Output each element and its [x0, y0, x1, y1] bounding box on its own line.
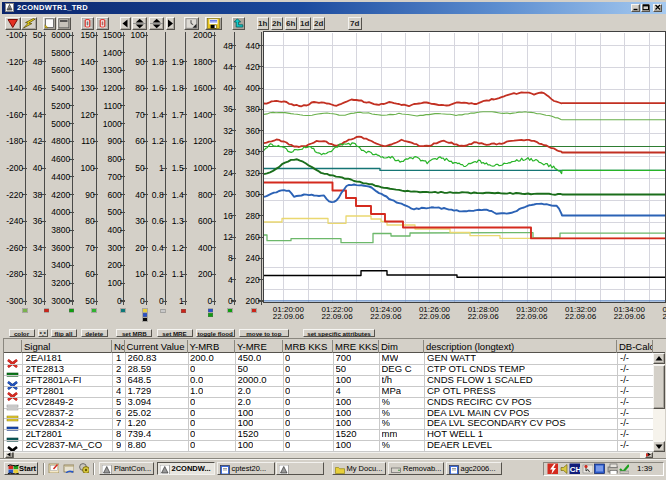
svg-text:200: 200 — [246, 296, 260, 306]
svg-text:22.09.06: 22.09.06 — [614, 312, 646, 321]
svg-text:1.1: 1.1 — [172, 269, 184, 279]
svg-text:100: 100 — [81, 163, 95, 173]
svg-text:6000: 6000 — [51, 30, 70, 40]
svg-text:1: 1 — [159, 163, 164, 173]
svg-text:24: 24 — [223, 168, 233, 178]
svg-text:4200: 4200 — [51, 190, 70, 200]
svg-text:38: 38 — [33, 190, 43, 200]
svg-text:150: 150 — [81, 30, 95, 40]
svg-text:40: 40 — [135, 190, 145, 200]
svg-text:1.6: 1.6 — [172, 136, 184, 146]
svg-text:110: 110 — [81, 136, 95, 146]
svg-text:70: 70 — [85, 243, 95, 253]
svg-text:50: 50 — [135, 163, 145, 173]
svg-text:300: 300 — [246, 189, 260, 199]
svg-text:22.09.06: 22.09.06 — [662, 312, 666, 321]
svg-text:16: 16 — [223, 211, 233, 221]
svg-text:0: 0 — [228, 296, 233, 306]
svg-text:3000: 3000 — [51, 296, 70, 306]
svg-text:22.09.06: 22.09.06 — [565, 312, 597, 321]
svg-text:50: 50 — [33, 30, 43, 40]
svg-text:380: 380 — [246, 104, 260, 114]
svg-text:400: 400 — [108, 225, 122, 235]
svg-text:8: 8 — [228, 253, 233, 263]
svg-text:-300: -300 — [6, 296, 23, 306]
svg-text:1000: 1000 — [193, 163, 212, 173]
svg-text:260: 260 — [246, 232, 260, 242]
svg-text:44: 44 — [33, 110, 43, 120]
svg-text:1800: 1800 — [193, 57, 212, 67]
svg-text:140: 140 — [81, 57, 95, 67]
svg-text:5000: 5000 — [51, 119, 70, 129]
svg-text:42: 42 — [33, 136, 43, 146]
svg-text:0: 0 — [140, 296, 145, 306]
svg-text:1300: 1300 — [103, 65, 122, 75]
svg-text:20: 20 — [223, 189, 233, 199]
svg-text:36: 36 — [33, 216, 43, 226]
svg-text:1.7: 1.7 — [172, 110, 184, 120]
svg-text:34: 34 — [33, 243, 43, 253]
svg-text:50: 50 — [85, 296, 95, 306]
svg-text:22.09.06: 22.09.06 — [322, 312, 354, 321]
svg-text:0: 0 — [207, 296, 212, 306]
svg-text:30: 30 — [135, 216, 145, 226]
svg-text:0.2: 0.2 — [152, 269, 164, 279]
svg-text:22.09.06: 22.09.06 — [516, 312, 548, 321]
svg-text:5800: 5800 — [51, 48, 70, 58]
svg-text:90: 90 — [85, 190, 95, 200]
svg-text:4800: 4800 — [51, 136, 70, 146]
svg-text:1.2: 1.2 — [152, 136, 164, 146]
svg-text:240: 240 — [246, 253, 260, 263]
svg-text:32: 32 — [33, 269, 43, 279]
svg-text:3600: 3600 — [51, 243, 70, 253]
svg-text:1400: 1400 — [103, 48, 122, 58]
svg-text:30: 30 — [33, 296, 43, 306]
svg-text:100: 100 — [108, 278, 122, 288]
svg-text:60: 60 — [135, 136, 145, 146]
svg-text:200: 200 — [108, 260, 122, 270]
svg-text:2000: 2000 — [193, 30, 212, 40]
svg-text:1400: 1400 — [193, 110, 212, 120]
svg-text:-160: -160 — [6, 110, 23, 120]
svg-text:1.8: 1.8 — [172, 83, 184, 93]
svg-text:200: 200 — [198, 269, 212, 279]
svg-text:28: 28 — [223, 147, 233, 157]
svg-text:600: 600 — [198, 216, 212, 226]
svg-text:5600: 5600 — [51, 65, 70, 75]
svg-text:80: 80 — [135, 83, 145, 93]
svg-text:800: 800 — [108, 154, 122, 164]
svg-text:22.09.06: 22.09.06 — [419, 312, 451, 321]
svg-text:130: 130 — [81, 83, 95, 93]
svg-text:60: 60 — [85, 269, 95, 279]
svg-text:1100: 1100 — [103, 101, 122, 111]
svg-text:1.4: 1.4 — [152, 110, 164, 120]
svg-text:1.2: 1.2 — [172, 243, 184, 253]
svg-text:340: 340 — [246, 147, 260, 157]
svg-text:10: 10 — [135, 269, 145, 279]
svg-text:22.09.06: 22.09.06 — [370, 312, 402, 321]
svg-text:220: 220 — [246, 275, 260, 285]
svg-text:400: 400 — [198, 243, 212, 253]
svg-text:3800: 3800 — [51, 225, 70, 235]
svg-text:12: 12 — [223, 232, 233, 242]
svg-text:500: 500 — [108, 207, 122, 217]
svg-text:4600: 4600 — [51, 154, 70, 164]
svg-text:48: 48 — [33, 57, 43, 67]
svg-text:1.8: 1.8 — [152, 57, 164, 67]
svg-text:5400: 5400 — [51, 83, 70, 93]
svg-text:280: 280 — [246, 211, 260, 221]
svg-text:20: 20 — [135, 243, 145, 253]
svg-text:1.3: 1.3 — [172, 216, 184, 226]
svg-text:700: 700 — [108, 172, 122, 182]
svg-text:320: 320 — [246, 168, 260, 178]
svg-text:4: 4 — [228, 275, 233, 285]
svg-text:1000: 1000 — [103, 119, 122, 129]
svg-text:1.4: 1.4 — [172, 190, 184, 200]
svg-text:70: 70 — [135, 110, 145, 120]
svg-text:1600: 1600 — [193, 83, 212, 93]
svg-text:0: 0 — [159, 296, 164, 306]
svg-text:120: 120 — [81, 110, 95, 120]
svg-text:5200: 5200 — [51, 101, 70, 111]
svg-text:-120: -120 — [6, 57, 23, 67]
svg-text:1: 1 — [179, 296, 184, 306]
